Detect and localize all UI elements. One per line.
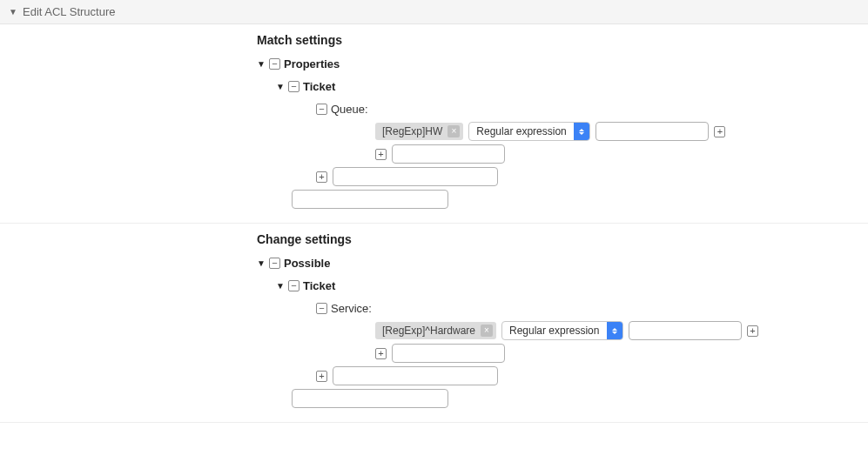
match-type-value: Regular expression: [469, 125, 574, 137]
match-settings-title: Match settings: [257, 33, 868, 47]
minus-icon[interactable]: −: [288, 280, 299, 291]
plus-icon[interactable]: +: [316, 171, 327, 183]
ticket-node: ▼ − Ticket − Queue:: [257, 77, 868, 186]
minus-icon[interactable]: −: [269, 58, 280, 70]
caret-down-icon[interactable]: ▼: [257, 59, 266, 69]
match-value-input[interactable]: [595, 122, 709, 141]
minus-icon[interactable]: −: [316, 303, 327, 314]
possible-node: ▼ − Possible ▼ − Ticket − Service:: [257, 253, 868, 408]
service-label: Service:: [331, 302, 372, 315]
plus-icon[interactable]: +: [375, 149, 387, 160]
caret-down-icon[interactable]: ▼: [276, 281, 285, 291]
add-value-input[interactable]: [392, 344, 505, 363]
properties-label: Properties: [284, 57, 340, 70]
select-arrows-icon: [574, 123, 589, 140]
queue-label: Queue:: [331, 103, 368, 116]
match-settings-section: Match settings ▼ − Properties ▼ − Ticket…: [0, 24, 868, 224]
queue-node: − Queue: [RegExp]HW ×: [276, 99, 868, 164]
plus-icon[interactable]: +: [316, 371, 327, 382]
change-settings-section: Change settings ▼ − Possible ▼ − Ticket …: [0, 224, 868, 423]
caret-down-icon[interactable]: ▼: [257, 258, 266, 268]
add-entity-input[interactable]: [292, 190, 448, 209]
add-property-input[interactable]: [333, 366, 498, 385]
minus-icon[interactable]: −: [269, 258, 280, 269]
add-value-row: +: [316, 144, 868, 164]
regexp-tag-text: [RegExp]^Hardware: [382, 325, 475, 337]
change-settings-title: Change settings: [257, 232, 868, 246]
plus-icon[interactable]: +: [375, 348, 387, 359]
regexp-tag-text: [RegExp]HW: [382, 125, 442, 137]
add-entity-input[interactable]: [292, 389, 448, 408]
regexp-tag: [RegExp]^Hardware ×: [375, 322, 496, 339]
ticket-node: ▼ − Ticket − Service:: [257, 276, 868, 385]
match-value-input[interactable]: [629, 321, 742, 340]
minus-icon[interactable]: −: [288, 81, 299, 92]
add-property-input[interactable]: [333, 167, 498, 186]
match-type-select[interactable]: Regular expression: [468, 122, 590, 141]
service-node: − Service: [RegExp]^Hardware ×: [276, 298, 868, 363]
panel-header[interactable]: ▼ Edit ACL Structure: [0, 0, 868, 24]
remove-tag-icon[interactable]: ×: [447, 125, 460, 137]
caret-down-icon[interactable]: ▼: [276, 82, 285, 91]
regexp-tag: [RegExp]HW ×: [375, 123, 463, 140]
add-entity-row: [257, 190, 868, 209]
ticket-label: Ticket: [303, 80, 335, 93]
add-entity-row: [257, 389, 868, 408]
minus-icon[interactable]: −: [316, 104, 327, 115]
add-value-input[interactable]: [392, 144, 505, 164]
possible-label: Possible: [284, 257, 330, 270]
queue-rule: [RegExp]HW × Regular expression: [316, 122, 868, 141]
service-rule: [RegExp]^Hardware × Regular expression: [316, 321, 868, 340]
add-property-row: +: [276, 366, 868, 385]
properties-node: ▼ − Properties ▼ − Ticket − Queue:: [257, 54, 868, 209]
plus-icon[interactable]: +: [714, 126, 725, 137]
caret-down-icon: ▼: [9, 7, 17, 17]
match-type-select[interactable]: Regular expression: [501, 321, 623, 340]
match-type-value: Regular expression: [502, 325, 607, 337]
remove-tag-icon[interactable]: ×: [481, 325, 493, 337]
plus-icon[interactable]: +: [747, 325, 758, 337]
ticket-label: Ticket: [303, 279, 335, 292]
add-property-row: +: [276, 167, 868, 186]
panel-title: Edit ACL Structure: [23, 5, 115, 18]
select-arrows-icon: [607, 322, 622, 339]
add-value-row: +: [316, 344, 868, 363]
